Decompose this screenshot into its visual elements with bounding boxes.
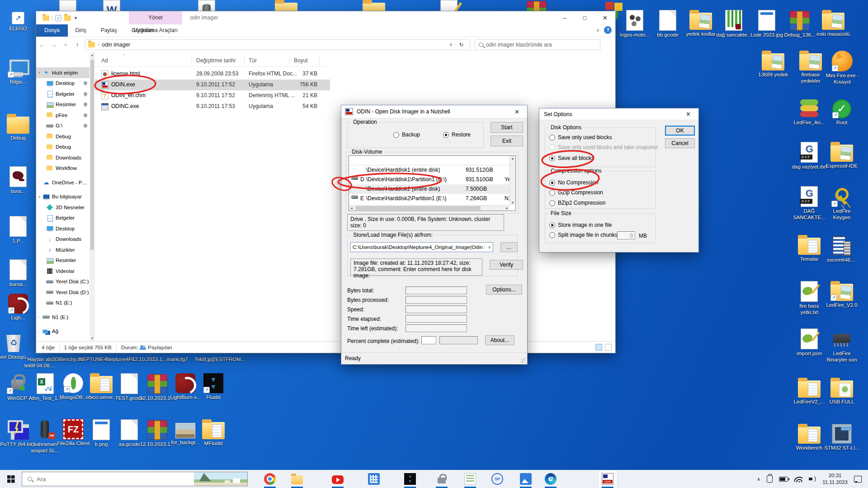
volume-vscrollbar[interactable]: ▲▼ (509, 156, 515, 205)
about-button[interactable]: About... (485, 335, 514, 345)
desktop-icon-1-p[interactable]: 1.P... (0, 216, 36, 244)
sidebar-item-h-zl-eri-im[interactable]: ∨✦Hızlı erişim (36, 67, 90, 78)
address-bar[interactable]: › odin imager ∨ ↻ (85, 39, 470, 50)
volume-row-device-harddisk1-partition1-d[interactable]: D\Device\Harddisk1\Partition1 (D:\)931.5… (349, 175, 515, 184)
taskbar-app-photos[interactable] (516, 470, 536, 488)
taskbar-app-chrome[interactable] (260, 470, 280, 488)
usb-icon[interactable] (767, 475, 773, 483)
sidebar-item-debug[interactable]: Debug (36, 142, 90, 153)
sidebar-item-n1-e[interactable]: N1 (E:) (36, 298, 90, 309)
quick-access-toolbar[interactable]: ✓ ▼ (42, 15, 78, 21)
sidebar-item-downloads[interactable]: ↓Downloads (36, 234, 90, 245)
up-arrow-icon[interactable]: ↑ (71, 41, 83, 48)
desktop-icon-firebase-yedekler[interactable]: firebase yedekler (793, 51, 829, 84)
details-view-icon[interactable] (595, 344, 602, 351)
desktop-icon-workbench[interactable]: Workbench (791, 424, 827, 451)
desktop-icon-usb-full[interactable]: USB FULL (824, 378, 860, 405)
radio-circle-icon[interactable] (549, 190, 555, 196)
desktop-icon-temalar[interactable]: Temalar (791, 235, 827, 263)
sidebar-item-belgeler[interactable]: Belgeler (36, 213, 90, 224)
browse-button[interactable]: ... (500, 242, 518, 252)
radio-no-compression[interactable]: No Compression (549, 179, 598, 186)
thumbnail-view-icon[interactable] (605, 344, 612, 351)
new-folder-icon[interactable] (64, 15, 71, 21)
sidebar-item-yerel-disk-c[interactable]: Yerel Disk (C:) (36, 277, 90, 287)
volume-list[interactable]: \Device\Harddisk1 (entire disk)931.512GB… (349, 155, 516, 211)
address-dropdown-chevron-icon[interactable]: ∨ (449, 42, 453, 47)
radio-circle-icon[interactable] (549, 232, 555, 238)
volume-row-device-harddisk2-partition1-e[interactable]: E\Device\Harddisk2\Partition1 (E:\)7.264… (349, 194, 515, 203)
desktop-icon-da-sancakte[interactable]: dağ sancakte... (716, 10, 752, 38)
radio-bzip2-compression[interactable]: BZip2 Compression (549, 199, 605, 206)
help-icon[interactable]: ? (604, 26, 612, 34)
tab-dosya[interactable]: Dosya (36, 24, 68, 37)
tab-uygulama-ara-lar[interactable]: Uygulama Araçları (129, 24, 182, 37)
desktop-icon-root[interactable]: ↗Root (824, 99, 860, 126)
scroll-up-icon[interactable]: ▲ (90, 53, 95, 56)
start-button[interactable]: Start (491, 122, 523, 133)
taskbar-app-edge[interactable] (541, 470, 561, 488)
sidebar-item-g[interactable]: G:\ (36, 121, 90, 131)
qat-customize-chevron-icon[interactable]: ▼ (74, 16, 78, 20)
radio-circle-icon[interactable] (443, 132, 449, 138)
desktop-icon-mfluidd[interactable]: MFluidd (195, 419, 231, 447)
desktop-icon-stm32-st-li[interactable]: STM32 ST-LI... (824, 424, 860, 451)
taskbar-app-docpen[interactable] (460, 470, 480, 488)
volume-row-device-harddisk1-entire-disk[interactable]: \Device\Harddisk1 (entire disk)931.512GB (349, 165, 515, 175)
tab-manage[interactable]: Yönet (129, 11, 182, 24)
desktop-icon-fire-bass-yetki-txt[interactable]: fire bass yetki.txt (791, 281, 827, 315)
close-button[interactable]: ✕ (595, 11, 615, 24)
tray-chevron-icon[interactable]: ∧ (757, 476, 760, 482)
radio-circle-icon[interactable] (549, 222, 555, 228)
file-row-odin-en-chm[interactable]: ODIN_en.chm9.10.2011 17:52Derlenmiş HTML… (95, 90, 330, 101)
volume-list-header[interactable] (349, 156, 515, 165)
taskbar-app-winscp[interactable] (432, 470, 452, 488)
sidebar-item-yerel-disk-d[interactable]: Yerel Disk (D:) (36, 287, 90, 298)
forward-arrow-icon[interactable]: → (48, 41, 60, 48)
sidebar-item-videolar[interactable]: Videolar (36, 266, 90, 277)
desktop-icon-mini-fire-exe-k-sayol[interactable]: ↗Mini Fire.exe - Kısayol (824, 51, 860, 85)
volume-row-device-harddisk2-entire-disk[interactable]: \Device\Harddisk2 (entire disk)7.500GB (349, 184, 515, 194)
properties-check-icon[interactable]: ✓ (55, 15, 61, 21)
taskbar-app-youtube[interactable] (328, 470, 348, 488)
desktop-icon-ledfire-keygen[interactable]: ↗LedFire Keygen (824, 186, 860, 221)
image-path-combo[interactable]: C:\Users\burak\Desktop\Neptune4_Original… (350, 242, 493, 252)
tab-payla[interactable]: Paylaş (94, 24, 124, 37)
radio-circle-icon[interactable] (549, 135, 555, 141)
sidebar-item-workflow[interactable]: Workflow (36, 163, 90, 174)
desktop-icon-fluidd[interactable]: ↗Fluidd (195, 373, 231, 401)
desktop-icon-ledfire-v2-0[interactable]: ↗LedFire_V2.0 (824, 281, 860, 309)
sidebar-item-belgeler[interactable]: Belgeler (36, 89, 90, 99)
radio-split-image-file-in-chunks[interactable]: Split image file in chunks (549, 231, 618, 239)
radio-save-only-used-blocks[interactable]: Save only used blocks (549, 134, 612, 141)
desktop-icon-logos-moto[interactable]: logos-moto... (617, 10, 653, 38)
sidebar-item-3d-nesneler[interactable]: 3D Nesneler (36, 202, 90, 213)
scroll-down-icon[interactable]: ▼ (90, 337, 95, 340)
volume-icon[interactable] (809, 476, 816, 482)
desktop-icon-debug-136[interactable]: Debug_136... (782, 10, 818, 38)
sidebar-item-desktop[interactable]: Desktop (36, 78, 90, 89)
search-highlight-image[interactable] (194, 472, 247, 486)
radio-restore[interactable]: Restore (443, 131, 471, 138)
column-header-date[interactable]: Değiştirme tarihi (196, 57, 236, 64)
search-box[interactable]: odin imager klasöründe ara (475, 39, 600, 50)
ribbon-collapse-chevron-icon[interactable]: ∨ (596, 28, 599, 33)
radio-save-all-blocks[interactable]: Save all blocks (549, 155, 594, 162)
chunk-size-input[interactable]: 0 (617, 231, 635, 239)
tab-giri[interactable]: Giriş (68, 24, 94, 37)
desktop-icon-ledfire-binaryler-son[interactable]: LedFire Binaryler son (824, 328, 860, 363)
recent-locations-chevron-icon[interactable]: ∨ (60, 42, 71, 47)
taskbar-search[interactable] (22, 472, 248, 486)
radio-circle-icon[interactable] (393, 132, 399, 138)
cancel-button[interactable]: Cancel (665, 138, 695, 148)
desktop-icon-testfrom[interactable]: TESTFROM... (211, 355, 247, 363)
desktop-icon-bura[interactable]: bura... (0, 166, 36, 195)
breadcrumb[interactable]: odin imager (102, 42, 130, 48)
taskbar-app-explorer[interactable] (287, 470, 307, 488)
sidebar-item-resimler[interactable]: Resimler (36, 255, 90, 266)
radio-backup[interactable]: Backup (393, 131, 420, 138)
resize-grip[interactable] (521, 358, 526, 363)
volume-hscrollbar[interactable]: ◄► (349, 205, 509, 211)
taskbar-app-odin[interactable] (598, 470, 618, 488)
file-row-odinc-exe[interactable]: ODINC.exe9.10.2011 17:53Uygulama54 KB (95, 101, 330, 112)
